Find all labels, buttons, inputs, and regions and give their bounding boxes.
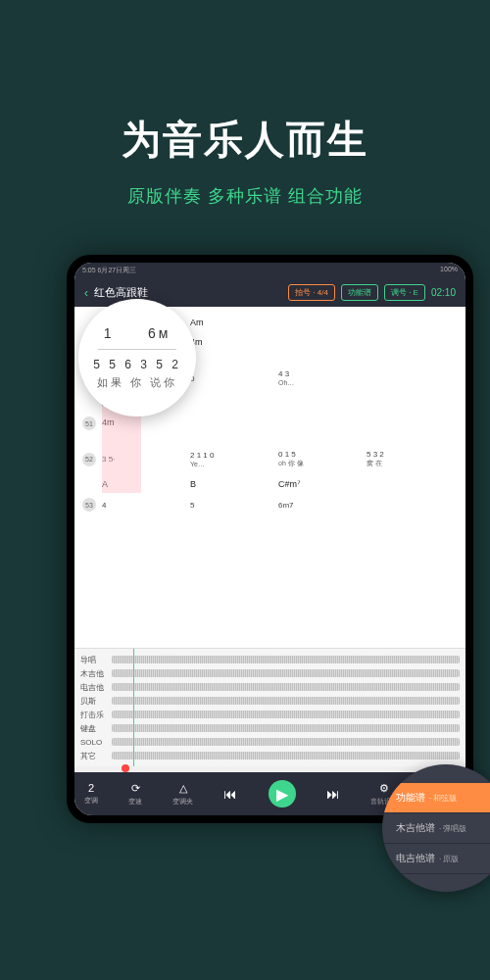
waveform[interactable]	[112, 710, 460, 718]
chord-label: B	[190, 479, 278, 489]
track-label: 打击乐	[80, 710, 112, 720]
time-display: 02:10	[431, 287, 456, 298]
capo-control[interactable]: △ 变调夹	[172, 782, 193, 807]
track-label: 键盘	[80, 723, 112, 734]
waveform[interactable]	[112, 724, 460, 732]
chord-label: Am	[190, 318, 278, 327]
tempo-control[interactable]: ⟳ 变速	[128, 782, 142, 807]
magnifier-lens: 1 6м 5 5 6 3 5 2 如果 你 说你	[78, 299, 196, 416]
badge-sheet-type[interactable]: 功能谱	[341, 284, 378, 301]
measure: 2 1 1 0 Ye…	[190, 451, 278, 468]
track-row[interactable]: 电吉他	[80, 680, 460, 694]
mag-note: 1	[104, 325, 115, 341]
mag-lyrics: 如果 你 说你	[90, 375, 184, 390]
waveform[interactable]	[112, 752, 460, 760]
track-row[interactable]: 木吉他	[80, 666, 460, 680]
chord-label: C#m⁷	[278, 479, 367, 489]
bar-number: 51	[82, 416, 96, 430]
status-time: 5:05 6月27日周三	[82, 266, 136, 275]
popup-item[interactable]: 功能谱· 和弦版	[382, 783, 490, 813]
hero-subtitle: 原版伴奏 多种乐谱 组合功能	[0, 184, 490, 208]
hero-title: 为音乐人而生	[0, 113, 490, 167]
measure: 4m	[190, 337, 278, 349]
back-button[interactable]: ‹	[84, 286, 88, 300]
mag-notes: 5 5 6 3 5 2	[90, 358, 184, 371]
bar-number: 52	[82, 453, 96, 466]
track-label: 电吉他	[80, 682, 112, 693]
measure: 5 3 2 窝 在	[367, 450, 455, 468]
measure: 4	[102, 501, 190, 510]
track-label: SOLO	[80, 738, 112, 747]
prev-button[interactable]: ⏮	[223, 786, 237, 802]
track-row[interactable]: 打击乐	[80, 708, 460, 721]
track-row[interactable]: 贝斯	[80, 694, 460, 708]
measure: 0 1 5 oh 你 像	[278, 450, 367, 468]
track-label: 木吉他	[80, 668, 112, 679]
play-icon: ▶	[276, 785, 288, 804]
timeline[interactable]	[74, 766, 466, 772]
badge-key[interactable]: 调号 · E	[384, 284, 425, 301]
next-button[interactable]: ⏭	[326, 786, 340, 802]
timeline-marker[interactable]	[122, 764, 129, 772]
waveform[interactable]	[112, 738, 460, 746]
track-row[interactable]: 键盘	[80, 721, 460, 735]
measure: 4 3 Oh…	[278, 369, 367, 387]
track-row[interactable]: 其它	[80, 749, 460, 762]
waveform[interactable]	[112, 697, 460, 705]
measure: 6m7	[278, 501, 367, 510]
track-row[interactable]: 导唱	[80, 653, 460, 666]
tracks-panel[interactable]: 导唱木吉他电吉他贝斯打击乐键盘SOLO其它	[74, 648, 466, 766]
badge-time-sig[interactable]: 拍号 · 4/4	[288, 284, 335, 301]
track-label: 导唱	[80, 655, 112, 665]
measure: 0	[190, 374, 278, 383]
waveform[interactable]	[112, 669, 460, 677]
track-label: 贝斯	[80, 696, 112, 707]
play-button[interactable]: ▶	[269, 780, 296, 808]
status-bar: 5:05 6月27日周三 100%	[74, 263, 466, 278]
mag-note: 6м	[148, 325, 171, 341]
song-title: 红色高跟鞋	[94, 285, 282, 300]
status-battery: 100%	[440, 266, 458, 275]
measure: 5	[190, 501, 278, 510]
bar-number: 53	[82, 498, 96, 512]
track-label: 其它	[80, 751, 112, 761]
track-row[interactable]: SOLO	[80, 735, 460, 749]
transpose-control[interactable]: 2 变调	[84, 782, 98, 806]
playhead[interactable]	[133, 649, 134, 766]
popup-item[interactable]: 电吉他谱· 原版	[382, 844, 490, 874]
waveform[interactable]	[112, 656, 460, 663]
waveform[interactable]	[112, 683, 460, 691]
popup-item[interactable]: 木吉他谱· 弹唱版	[382, 813, 490, 844]
